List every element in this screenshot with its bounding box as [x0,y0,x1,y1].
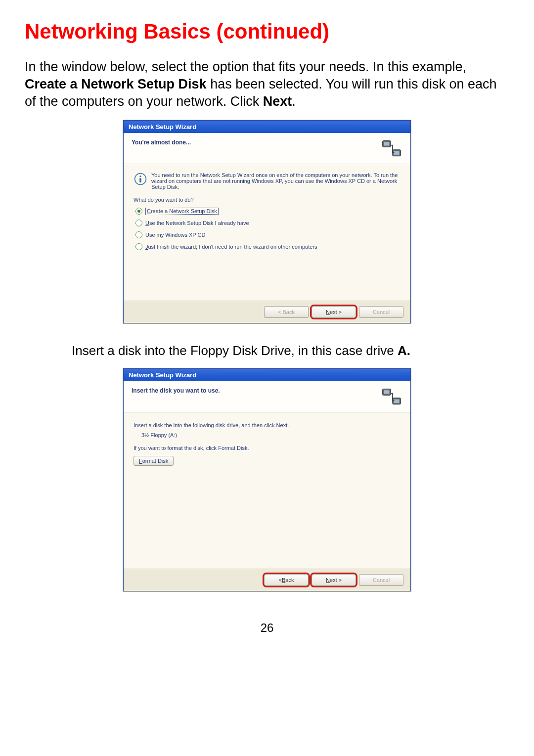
cancel-button: Cancel [359,574,403,586]
radio-label: Just finish the wizard; I don't need to … [145,244,317,250]
radio-option-use-existing-disk[interactable]: Use the Network Setup Disk I already hav… [135,220,400,226]
network-icon [381,138,402,160]
radio-indicator [135,243,142,250]
mid-instruction: Insert a disk into the Floppy Disk Drive… [72,343,509,358]
intro-text-pre: In the window below, select the option t… [25,59,466,74]
radio-indicator [135,208,142,215]
network-icon [381,386,402,408]
wizard2-button-row: < Back Next > Cancel [124,569,410,591]
format-disk-button[interactable]: Format Disk [134,456,174,466]
radio-label: Use the Network Setup Disk I already hav… [145,220,249,226]
svg-rect-8 [384,391,389,394]
wizard1-titlebar: Network Setup Wizard [124,121,410,133]
svg-rect-1 [384,142,389,146]
intro-bold-2: Next [263,94,292,109]
wizard1-prompt: What do you want to do? [134,197,400,203]
wizard2-header-pane: Insert the disk you want to use. [124,381,410,412]
wizard2-line1: Insert a disk the into the following dis… [134,422,400,428]
wizard1-header-pane: You're almost done... [124,133,410,164]
wizard-window-1: Network Setup Wizard You're almost done.… [123,120,411,323]
radio-label: Create a Network Setup Disk [145,208,219,215]
mid-text-bold: A. [398,343,410,358]
back-button: < Back [264,306,309,318]
drive-item: 3½ Floppy (A:) [141,432,400,438]
mid-text-pre: Insert a disk into the Floppy Disk Drive… [72,343,398,358]
cancel-button: Cancel [359,306,403,318]
next-button[interactable]: Next > [312,574,356,586]
svg-rect-3 [394,151,400,155]
intro-bold-1: Create a Network Setup Disk [25,77,207,91]
wizard-window-2: Network Setup Wizard Insert the disk you… [123,368,411,591]
page-number: 26 [25,621,509,635]
radio-label: Use my Windows XP CD [145,232,205,238]
wizard1-info-text: You need to run the Network Setup Wizard… [151,172,400,190]
radio-option-just-finish[interactable]: Just finish the wizard; I don't need to … [135,243,400,250]
wizard2-header-text: Insert the disk you want to use. [132,386,220,394]
radio-indicator [135,220,142,226]
back-button[interactable]: < Back [264,574,309,586]
wizard1-button-row: < Back Next > Cancel [124,301,410,323]
wizard1-header-text: You're almost done... [132,138,191,146]
svg-rect-6 [139,178,141,183]
radio-list: Create a Network Setup Disk Use the Netw… [135,208,400,250]
svg-point-5 [139,176,141,178]
intro-paragraph: In the window below, select the option t… [25,58,509,110]
wizard2-body: Insert a disk the into the following dis… [124,412,410,569]
next-button[interactable]: Next > [312,306,356,318]
radio-option-use-xp-cd[interactable]: Use my Windows XP CD [135,231,400,238]
wizard2-titlebar: Network Setup Wizard [124,369,410,381]
svg-rect-10 [394,400,400,403]
info-icon [134,172,147,186]
radio-indicator [135,231,142,238]
page-title: Networking Basics (continued) [25,20,509,44]
wizard1-body: You need to run the Network Setup Wizard… [124,164,410,301]
wizard2-line2: If you want to format the disk, click Fo… [134,445,400,451]
radio-option-create-disk[interactable]: Create a Network Setup Disk [135,208,400,215]
intro-text-end: . [292,94,296,109]
